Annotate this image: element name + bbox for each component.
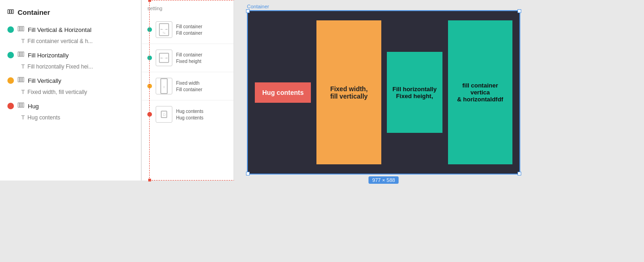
list-item-fill-vh[interactable]: Fill Vertical & Horizontal — [0, 23, 141, 37]
columns-icon-4 — [18, 102, 24, 110]
settings-group-4: □ Hug contents Hug contents — [142, 100, 234, 128]
handle-tl[interactable] — [246, 9, 250, 13]
settings-label-3b: Fill container — [176, 87, 202, 92]
settings-label-2a: Fill container — [176, 52, 202, 57]
handle-bl[interactable] — [246, 172, 250, 175]
card-teal-lg: fill container vertica& horizontaldfdf — [448, 20, 512, 164]
item-label-fill-v: Fill Vertically — [28, 77, 61, 84]
panel-title-text: Container — [18, 8, 50, 16]
svg-text:↑↓: ↑↓ — [163, 31, 166, 34]
settings-label-1b: Fill container — [176, 31, 202, 36]
container-icon — [7, 7, 14, 17]
text-icon-1: T — [21, 38, 25, 44]
card-orange-text: Fixed width,fill vertically — [330, 85, 368, 100]
item-label-fill-vh: Fill Vertical & Horizontal — [28, 26, 91, 33]
svg-rect-8 — [22, 52, 24, 56]
settings-box-1: ←→ ↑↓ — [156, 21, 172, 38]
item-label-fill-h: Fill Horizontally — [28, 52, 69, 59]
svg-rect-11 — [22, 77, 24, 82]
list-item-fill-h[interactable]: Fill Horizontally — [0, 48, 141, 62]
settings-group-1: ←→ ↑↓ Fill container Fill container — [142, 16, 234, 44]
handle-tr[interactable] — [518, 9, 521, 13]
svg-text:↕: ↕ — [163, 85, 165, 88]
settings-labels-3: Fixed width Fill container — [176, 81, 202, 92]
svg-rect-3 — [18, 26, 20, 31]
settings-group-3: ↕ Fixed width Fill container — [142, 72, 234, 100]
card-hug: Hug contents — [255, 82, 311, 103]
settings-labels-2: Fill container Fixed height — [176, 52, 202, 64]
settings-label-3a: Fixed width — [176, 81, 202, 86]
svg-rect-13 — [20, 103, 22, 107]
settings-panel: setting ←→ ↑↓ Fill container Fill contai… — [141, 0, 234, 181]
text-icon-2: T — [21, 63, 25, 70]
settings-box-3: ↕ — [156, 78, 172, 94]
columns-icon-3 — [18, 76, 24, 85]
dot-red — [7, 103, 14, 109]
card-orange: Fixed width,fill vertically — [316, 20, 381, 164]
settings-row-4: □ Hug contents Hug contents — [142, 104, 234, 125]
handle-br[interactable] — [518, 172, 521, 175]
settings-row-3: ↕ Fixed width Fill container — [142, 76, 234, 96]
card-teal-sm: Fill horizontallyFixed height, — [387, 52, 442, 133]
svg-rect-14 — [22, 103, 24, 107]
item-sublabel-hug: Hug contents — [27, 114, 60, 121]
dot-green-2 — [7, 52, 14, 58]
settings-labels-4: Hug contents Hug contents — [176, 109, 203, 120]
item-sub-fill-h: T Fill horizontally Fixed hei... — [0, 62, 141, 74]
item-sub-fill-vh: T Fill container vertical & h... — [0, 37, 141, 48]
item-sub-hug: T Hug contents — [0, 113, 141, 125]
left-panel: Container Fill Vertical & Horizontal T F… — [0, 0, 141, 181]
panel-title: Container — [0, 7, 141, 23]
svg-text:←→: ←→ — [160, 56, 168, 60]
canvas-area: Container Hug contents Fixed width,fill … — [234, 0, 644, 262]
svg-rect-4 — [20, 26, 22, 31]
svg-rect-1 — [10, 10, 12, 14]
svg-rect-9 — [18, 77, 20, 82]
dot-orange — [7, 77, 14, 84]
columns-icon-1 — [18, 25, 24, 34]
svg-rect-12 — [18, 103, 20, 107]
svg-rect-7 — [20, 52, 22, 56]
card-teal-sm-text: Fill horizontallyFixed height, — [392, 86, 436, 100]
settings-dot-2 — [147, 56, 152, 60]
settings-label-2b: Fixed height — [176, 59, 202, 64]
card-teal-lg-text: fill container vertica& horizontaldfdf — [453, 82, 508, 103]
item-sublabel-fill-v: Fixed width, fill vertically — [27, 89, 87, 95]
svg-rect-0 — [8, 10, 10, 14]
dot-green-1 — [7, 26, 14, 33]
svg-rect-10 — [20, 77, 22, 82]
svg-rect-6 — [18, 52, 20, 56]
settings-label-4b: Hug contents — [176, 115, 203, 120]
text-icon-3: T — [21, 89, 25, 95]
item-label-hug: Hug — [28, 103, 39, 110]
list-item-hug[interactable]: Hug — [0, 99, 141, 113]
item-sub-fill-v: T Fixed width, fill vertically — [0, 87, 141, 99]
settings-labels-1: Fill container Fill container — [176, 24, 202, 36]
list-item-fill-v[interactable]: Fill Vertically — [0, 74, 141, 87]
settings-row-2: ←→ Fill container Fixed height — [142, 48, 234, 68]
settings-box-4: □ — [156, 106, 172, 123]
container-box[interactable]: Hug contents Fixed width,fill vertically… — [247, 10, 520, 175]
columns-icon-2 — [18, 51, 24, 59]
settings-dot-4 — [147, 112, 152, 117]
settings-label-1a: Fill container — [176, 24, 202, 29]
settings-label-4a: Hug contents — [176, 109, 203, 114]
card-hug-text: Hug contents — [262, 89, 303, 96]
settings-box-2: ←→ — [156, 50, 172, 66]
svg-rect-5 — [22, 26, 24, 31]
settings-dot-1 — [147, 27, 152, 32]
size-badge: 977 × 588 — [368, 176, 398, 184]
settings-dot-3 — [147, 84, 152, 88]
settings-title: setting — [142, 6, 234, 16]
svg-text:□: □ — [163, 113, 165, 116]
item-sublabel-fill-h: Fill horizontally Fixed hei... — [27, 63, 93, 70]
container-label: Container — [247, 4, 269, 9]
text-icon-4: T — [21, 114, 25, 121]
item-sublabel-fill-vh: Fill container vertical & h... — [27, 38, 93, 44]
settings-group-2: ←→ Fill container Fixed height — [142, 44, 234, 72]
settings-row-1: ←→ ↑↓ Fill container Fill container — [142, 19, 234, 40]
svg-rect-2 — [12, 10, 14, 14]
